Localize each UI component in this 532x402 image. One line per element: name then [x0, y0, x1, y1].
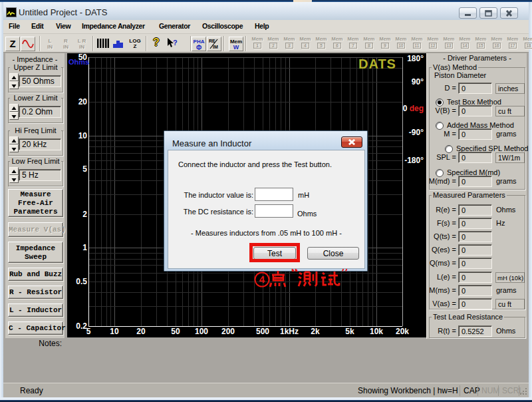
svg-text:IM: IM — [213, 45, 218, 49]
svg-text:”: ” — [340, 269, 348, 282]
svg-text:?: ? — [173, 39, 178, 47]
svg-text:“: “ — [291, 269, 299, 282]
svg-text:4: 4 — [259, 274, 265, 285]
